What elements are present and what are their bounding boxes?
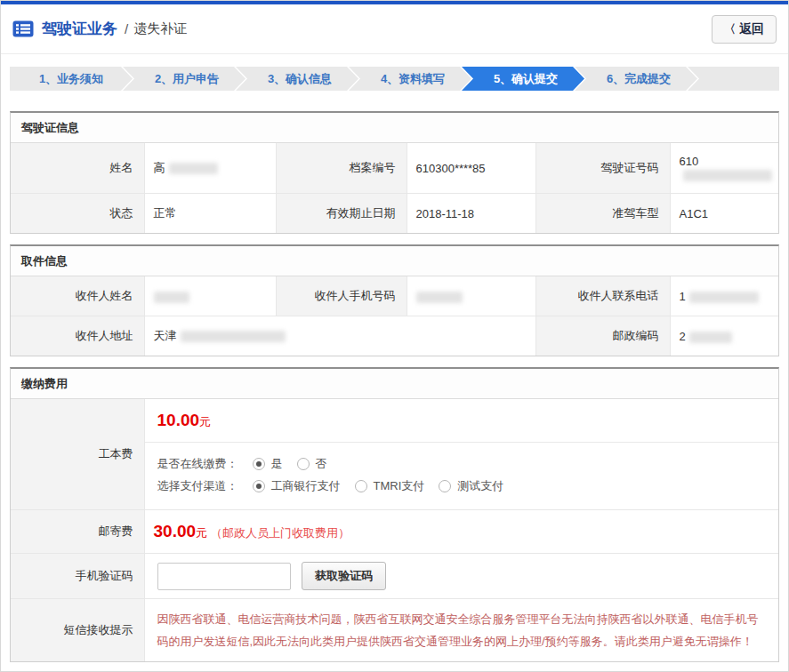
redaction — [416, 292, 463, 303]
production-fee-unit: 元 — [199, 415, 211, 428]
table-row: 短信接收提示 因陕西省联通、电信运营商技术问题，陕西省互联网交通安全综合服务管理… — [11, 599, 778, 662]
table-row: 收件人姓名 收件人手机号码 收件人联系电话 1 — [11, 276, 778, 316]
step-1-business-notice[interactable]: 1、业务须知 — [10, 67, 133, 91]
radio-channel-icbc[interactable] — [253, 480, 265, 492]
license-no-label: 驾驶证号码 — [535, 143, 670, 194]
radio-online-yes-label[interactable]: 是 — [271, 456, 283, 472]
postage-cell: 30.00元（邮政人员上门收取费用） — [144, 510, 778, 554]
table-row: 手机验证码 获取验证码 — [11, 554, 778, 599]
redaction — [689, 332, 732, 343]
status-label: 状态 — [11, 194, 144, 234]
sms-notice-label: 短信接收提示 — [11, 599, 144, 662]
class-value: A1C1 — [670, 194, 778, 234]
captcha-label: 手机验证码 — [11, 554, 144, 599]
radio-channel-test-label[interactable]: 测试支付 — [457, 478, 503, 494]
pay-channel-question-row: 选择支付渠道： 工商银行支付 TMRI支付 测试支付 — [157, 478, 767, 494]
step-4-fill-data[interactable]: 4、资料填写 — [349, 67, 471, 91]
recipient-address-value: 天津 — [144, 316, 535, 356]
name-value: 高 — [144, 143, 276, 194]
step-6-complete-submit[interactable]: 6、完成提交 — [575, 67, 697, 91]
online-pay-question-row: 是否在线缴费： 是 否 — [157, 456, 767, 472]
redaction — [689, 292, 759, 303]
step-2-user-declaration[interactable]: 2、用户申告 — [123, 67, 246, 91]
file-no-label: 档案编号 — [276, 143, 407, 194]
page-title: 驾驶证业务 — [42, 19, 117, 39]
step-wizard: 1、业务须知 2、用户申告 3、确认信息 4、资料填写 5、确认提交 6、完成提… — [10, 67, 779, 91]
redaction — [154, 292, 189, 303]
status-value: 正常 — [144, 194, 276, 234]
table-row: 姓名 高 档案编号 610300****85 驾驶证号码 610 — [11, 143, 778, 194]
get-code-button[interactable]: 获取验证码 — [302, 562, 386, 590]
redaction — [683, 170, 772, 181]
production-fee-label: 工本费 — [11, 399, 144, 510]
back-button[interactable]: 〈 返回 — [712, 15, 777, 44]
recipient-name-value — [144, 276, 276, 316]
page-header: 驾驶证业务 / 遗失补证 〈 返回 — [1, 4, 788, 54]
license-no-value: 610 — [670, 143, 778, 194]
radio-channel-tmri[interactable] — [355, 480, 367, 492]
recipient-mobile-label: 收件人手机号码 — [276, 276, 407, 316]
name-label: 姓名 — [11, 143, 144, 194]
radio-online-no[interactable] — [297, 458, 310, 470]
postcode-value: 2 — [670, 316, 778, 356]
table-row: 工本费 10.00元 是否在线缴费： 是 否 — [11, 399, 778, 510]
section-license-title: 驾驶证信息 — [11, 113, 778, 143]
table-row: 收件人地址 天津 邮政编码 2 — [11, 316, 778, 356]
file-no-value: 610300****85 — [407, 143, 535, 194]
breadcrumb-separator: / — [125, 21, 128, 36]
step-bar-filler — [688, 67, 779, 91]
expiry-value: 2018-11-18 — [407, 194, 535, 234]
section-pickup-title: 取件信息 — [11, 246, 778, 276]
recipient-name-label: 收件人姓名 — [11, 276, 144, 316]
recipient-contact-label: 收件人联系电话 — [535, 276, 670, 316]
production-fee-amount-row: 10.00元 — [145, 399, 779, 443]
redaction — [169, 163, 218, 174]
postage-amount: 30.00 — [154, 522, 197, 540]
chevron-left-icon: 〈 — [724, 21, 736, 37]
sms-notice-cell: 因陕西省联通、电信运营商技术问题，陕西省互联网交通安全综合服务管理平台无法向持陕… — [144, 599, 778, 662]
captcha-cell: 获取验证码 — [144, 554, 778, 599]
section-license-info: 驾驶证信息 姓名 高 档案编号 610300****85 驾驶证号码 610 状… — [10, 111, 779, 234]
main-panel: 驾驶证业务 / 遗失补证 〈 返回 1、业务须知 2、用户申告 3、确认信息 4… — [0, 0, 789, 672]
production-fee-cell: 10.00元 是否在线缴费： 是 否 选择支付渠道： — [144, 399, 778, 510]
recipient-mobile-value — [407, 276, 535, 316]
postage-label: 邮寄费 — [11, 510, 144, 554]
step-3-confirm-info[interactable]: 3、确认信息 — [236, 67, 358, 91]
radio-channel-icbc-label[interactable]: 工商银行支付 — [271, 478, 341, 494]
radio-channel-tmri-label[interactable]: TMRI支付 — [374, 478, 425, 494]
table-row: 邮寄费 30.00元（邮政人员上门收取费用） — [11, 510, 778, 554]
table-row: 状态 正常 有效期止日期 2018-11-18 准驾车型 A1C1 — [11, 194, 778, 234]
radio-online-no-label[interactable]: 否 — [316, 456, 327, 472]
captcha-input[interactable] — [157, 563, 291, 590]
breadcrumb-current: 遗失补证 — [133, 20, 187, 37]
list-icon — [12, 20, 34, 37]
postage-note: （邮政人员上门收取费用） — [211, 526, 350, 540]
section-pickup-info: 取件信息 收件人姓名 收件人手机号码 收件人联系电话 1 收件人地址 天津 邮政… — [10, 244, 779, 356]
class-label: 准驾车型 — [535, 194, 670, 234]
expiry-label: 有效期止日期 — [276, 194, 407, 234]
pay-channel-question: 选择支付渠道： — [157, 478, 238, 494]
recipient-contact-value: 1 — [670, 276, 778, 316]
section-payment: 缴纳费用 工本费 10.00元 是否在线缴费： 是 否 — [10, 367, 779, 662]
section-payment-title: 缴纳费用 — [11, 369, 778, 399]
radio-online-yes[interactable] — [253, 458, 265, 470]
step-5-confirm-submit[interactable]: 5、确认提交 — [462, 67, 584, 91]
back-button-label: 返回 — [739, 21, 764, 37]
recipient-address-label: 收件人地址 — [11, 316, 144, 356]
postcode-label: 邮政编码 — [535, 316, 670, 356]
radio-channel-test[interactable] — [439, 480, 451, 492]
sms-notice-text: 因陕西省联通、电信运营商技术问题，陕西省互联网交通安全综合服务管理平台无法向持陕… — [157, 608, 767, 652]
production-fee-amount: 10.00 — [157, 411, 200, 429]
payment-options: 是否在线缴费： 是 否 选择支付渠道： 工商银行支付 TMRI支付 — [145, 443, 779, 509]
redaction — [181, 331, 286, 342]
postage-unit: 元 — [196, 526, 207, 540]
online-pay-question: 是否在线缴费： — [157, 456, 238, 472]
